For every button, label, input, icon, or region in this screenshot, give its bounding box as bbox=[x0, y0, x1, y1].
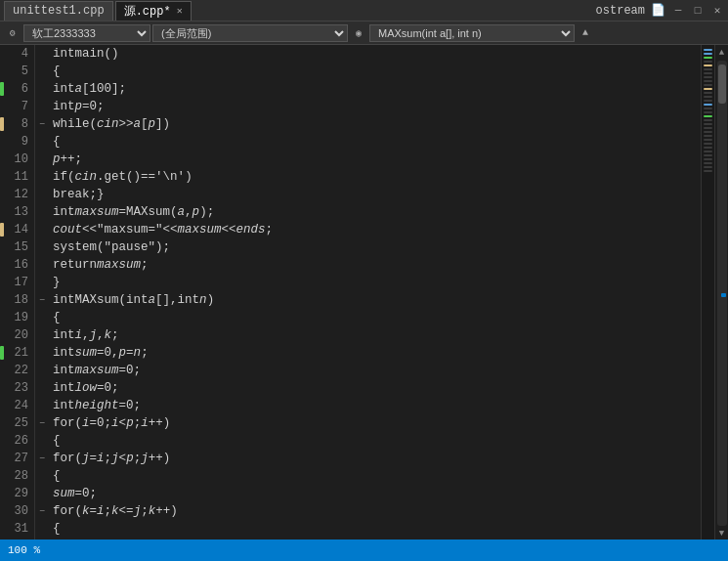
zoom-level: 100 % bbox=[8, 544, 40, 556]
toolbar-scroll-up[interactable]: ▲ bbox=[577, 24, 594, 42]
fold-indicator bbox=[35, 344, 49, 362]
tab-close-icon[interactable]: ✕ bbox=[177, 5, 183, 17]
code-line: for (k = i; k <= j; k++) bbox=[49, 502, 701, 520]
minimap-line bbox=[704, 104, 712, 106]
fold-indicator bbox=[35, 63, 49, 80]
code-line: int maxsum = 0; bbox=[49, 362, 701, 379]
status-bar: 100 % bbox=[0, 539, 728, 561]
line-number: 15 bbox=[0, 238, 34, 256]
fold-indicator bbox=[35, 186, 49, 203]
code-line: return maxsum; bbox=[49, 256, 701, 274]
line-number: 6 bbox=[0, 80, 34, 98]
fold-indicator[interactable]: − bbox=[35, 291, 49, 309]
scroll-thumb[interactable] bbox=[718, 65, 726, 104]
line-number: 8 bbox=[0, 115, 34, 133]
fold-indicator bbox=[35, 168, 49, 186]
minimap-line bbox=[704, 115, 712, 117]
line-number: 12 bbox=[0, 186, 34, 203]
minimap-line bbox=[704, 84, 712, 86]
fold-indicator bbox=[35, 467, 49, 485]
scroll-down-arrow[interactable]: ▼ bbox=[716, 528, 728, 539]
minimap-line bbox=[704, 143, 712, 145]
code-area[interactable]: int main(){ int a[100]; int p = 0; while… bbox=[49, 45, 701, 539]
code-line: int p = 0; bbox=[49, 98, 701, 115]
code-line: } bbox=[49, 274, 701, 291]
minimap-line bbox=[704, 100, 712, 102]
tab-unittest[interactable]: unittest1.cpp bbox=[4, 1, 113, 21]
code-line: system("pause"); bbox=[49, 238, 701, 256]
minimap-line bbox=[704, 57, 712, 59]
scroll-position-indicator bbox=[721, 293, 726, 297]
fold-indicator[interactable]: − bbox=[35, 414, 49, 432]
line-number: 16 bbox=[0, 256, 34, 274]
minimap-line bbox=[704, 151, 712, 152]
line-number: 17 bbox=[0, 274, 34, 291]
code-line: cout << "maxsum=" << maxsum << ends; bbox=[49, 221, 701, 238]
code-line: { bbox=[49, 520, 701, 538]
code-line: int height = 0; bbox=[49, 397, 701, 414]
minimap-line bbox=[704, 49, 712, 51]
code-lines: int main(){ int a[100]; int p = 0; while… bbox=[49, 45, 701, 539]
minimap-line bbox=[704, 170, 712, 172]
minimap-line bbox=[704, 61, 712, 63]
tab-label: unittest1.cpp bbox=[13, 4, 105, 18]
code-line: { bbox=[49, 133, 701, 151]
code-line: int MAXsum(int a[], int n) bbox=[49, 291, 701, 309]
minimap-line bbox=[704, 53, 712, 55]
minimap-line bbox=[704, 88, 712, 90]
minimap-line bbox=[704, 80, 712, 82]
line-number: 19 bbox=[0, 309, 34, 326]
code-line: { bbox=[49, 432, 701, 450]
fold-indicator bbox=[35, 98, 49, 115]
code-line: while (cin >> a[p]) bbox=[49, 115, 701, 133]
tab-source[interactable]: 源.cpp* ✕ bbox=[115, 1, 192, 21]
scrollbar-vertical[interactable]: ▲ ▼ bbox=[714, 45, 728, 539]
fold-indicator bbox=[35, 432, 49, 450]
minimap-line bbox=[704, 123, 712, 125]
editor-container: 4567891011121314151617181920212223242526… bbox=[0, 45, 728, 539]
fold-indicator bbox=[35, 397, 49, 414]
scroll-up-arrow[interactable]: ▲ bbox=[716, 47, 728, 59]
close-button[interactable]: ✕ bbox=[710, 4, 724, 18]
fold-indicator bbox=[35, 485, 49, 502]
maximize-button[interactable]: □ bbox=[691, 4, 705, 18]
project-select[interactable]: 软工2333333 bbox=[23, 24, 150, 42]
line-number: 31 bbox=[0, 520, 34, 538]
line-number: 9 bbox=[0, 133, 34, 151]
line-number: 29 bbox=[0, 485, 34, 502]
fold-indicator[interactable]: − bbox=[35, 502, 49, 520]
code-line: break;} bbox=[49, 186, 701, 203]
fold-indicator[interactable]: − bbox=[35, 450, 49, 467]
code-line: { bbox=[49, 63, 701, 80]
minimap-line bbox=[704, 76, 712, 78]
line-number: 30 bbox=[0, 502, 34, 520]
minimize-button[interactable]: ─ bbox=[671, 4, 685, 18]
fold-indicator bbox=[35, 379, 49, 397]
code-line: int i, j, k; bbox=[49, 326, 701, 344]
line-number: 28 bbox=[0, 467, 34, 485]
scope-select[interactable]: (全局范围) bbox=[152, 24, 348, 42]
code-line: int maxsum = MAXsum(a, p); bbox=[49, 203, 701, 221]
function-select[interactable]: MAXsum(int a[], int n) bbox=[369, 24, 575, 42]
fold-column: −−−−−− bbox=[35, 45, 49, 539]
fold-indicator bbox=[35, 151, 49, 168]
minimap-line bbox=[704, 131, 712, 133]
line-number: 27 bbox=[0, 450, 34, 467]
minimap-line bbox=[704, 65, 712, 66]
fold-indicator[interactable]: − bbox=[35, 115, 49, 133]
scroll-track[interactable] bbox=[717, 61, 727, 526]
minimap-line bbox=[704, 158, 712, 160]
line-number: 25 bbox=[0, 414, 34, 432]
line-number: 32 bbox=[0, 538, 34, 539]
code-line: { bbox=[49, 309, 701, 326]
line-number: 21 bbox=[0, 344, 34, 362]
code-line: for (i = 0; i < p; i++) bbox=[49, 414, 701, 432]
line-number: 14 bbox=[0, 221, 34, 238]
minimap-line bbox=[704, 119, 712, 121]
fold-indicator bbox=[35, 133, 49, 151]
fold-indicator bbox=[35, 256, 49, 274]
code-line: sum = 0; bbox=[49, 485, 701, 502]
minimap-line bbox=[704, 72, 712, 74]
code-line: if (cin.get() == '\n') bbox=[49, 168, 701, 186]
toolbar-icon-func: ◉ bbox=[350, 24, 367, 42]
